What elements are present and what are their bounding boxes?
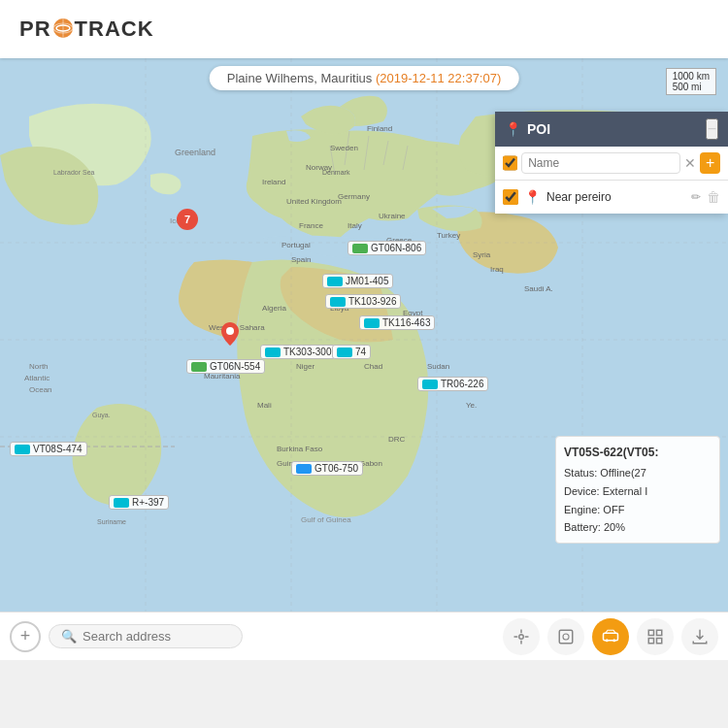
svg-text:Chad: Chad [364, 362, 382, 371]
search-input[interactable] [83, 629, 230, 644]
location-date: (2019-12-11 22:37:07) [376, 71, 501, 85]
svg-text:Portugal: Portugal [281, 241, 311, 249]
svg-text:Ye.: Ye. [466, 401, 477, 410]
svg-text:Gulf of Guinea: Gulf of Guinea [301, 515, 351, 524]
svg-text:Finland: Finland [367, 124, 392, 133]
vehicle-icon [327, 277, 343, 286]
vehicle-icon [337, 347, 352, 357]
poi-item-delete-button[interactable]: 🗑 [707, 189, 720, 205]
svg-point-55 [519, 634, 524, 639]
svg-text:Turkey: Turkey [437, 231, 460, 240]
cluster-badge[interactable]: 7 [177, 209, 198, 230]
car-icon [602, 628, 619, 645]
svg-text:Algeria: Algeria [262, 304, 286, 313]
poi-item-pin-icon: 📍 [524, 189, 541, 205]
poi-all-checkbox[interactable] [503, 155, 517, 171]
download-toolbar-button[interactable] [681, 618, 718, 655]
svg-text:Greenland: Greenland [175, 148, 215, 157]
map-container[interactable]: Greenland Sweden Norway Ireland United K… [0, 58, 728, 612]
poi-item-checkbox[interactable] [503, 189, 518, 205]
vehicle-label[interactable]: TK116-463 [359, 315, 435, 330]
search-icon: 🔍 [61, 629, 77, 644]
svg-text:Saudi A.: Saudi A. [524, 284, 553, 293]
logo-pr: PR [19, 17, 51, 42]
svg-text:Sudan: Sudan [427, 362, 449, 371]
vehicle-label[interactable]: GT06-750 [291, 461, 363, 476]
poi-pin-icon: 📍 [505, 121, 521, 137]
poi-item-edit-button[interactable]: ✏ [691, 190, 701, 204]
vehicle-label[interactable]: TR06-226 [417, 377, 488, 391]
svg-text:Germany: Germany [338, 192, 370, 201]
grid-icon [646, 628, 664, 645]
svg-rect-68 [657, 638, 662, 643]
svg-point-61 [563, 634, 569, 640]
vehicle-label[interactable]: R+-397 [109, 495, 169, 510]
svg-text:Spain: Spain [291, 255, 311, 264]
search-bar[interactable]: 🔍 [49, 624, 243, 648]
svg-point-54 [226, 327, 234, 335]
svg-text:Sweden: Sweden [330, 144, 358, 152]
svg-text:Ireland: Ireland [262, 178, 285, 186]
poi-item: 📍 Near pereiro ✏ 🗑 [495, 184, 728, 210]
svg-text:France: France [299, 221, 323, 230]
vehicle-icon [296, 464, 312, 474]
poi-items-list: 📍 Near pereiro ✏ 🗑 [495, 181, 728, 214]
poi-search-input[interactable] [521, 152, 680, 174]
vehicle-label[interactable]: 74 [332, 345, 371, 359]
svg-text:Burkina Faso: Burkina Faso [277, 445, 323, 453]
add-location-button[interactable]: + [10, 621, 41, 652]
vehicle-label[interactable]: GT06N-554 [186, 359, 265, 374]
bottom-toolbar: + 🔍 [0, 612, 728, 660]
svg-text:Iraq: Iraq [490, 265, 504, 274]
popup-engine: Engine: OFF [564, 501, 711, 519]
poi-clear-button[interactable]: ✕ [684, 155, 696, 171]
vehicle-label[interactable]: TK103-926 [325, 294, 401, 309]
vehicle-icon [114, 498, 129, 508]
poi-add-button[interactable]: + [700, 152, 720, 174]
svg-text:Labrador Sea: Labrador Sea [53, 169, 95, 176]
vehicle-icon [265, 347, 281, 357]
tracking-toolbar-button[interactable] [592, 618, 629, 655]
building-toolbar-button[interactable] [547, 618, 584, 655]
download-icon [691, 628, 709, 645]
vehicle-label[interactable]: VT08S-474 [10, 442, 87, 456]
map-marker[interactable] [221, 322, 239, 349]
location-toolbar-button[interactable] [503, 618, 540, 655]
svg-text:Niger: Niger [296, 362, 314, 371]
svg-text:Denmark: Denmark [322, 169, 350, 176]
svg-text:Mali: Mali [257, 401, 272, 410]
svg-text:United Kingdom: United Kingdom [286, 197, 342, 206]
svg-text:Atlantic: Atlantic [24, 374, 50, 382]
app-header: PR TRACK [0, 0, 728, 58]
svg-text:Suriname: Suriname [97, 518, 126, 525]
vehicle-label[interactable]: TK303-300 [260, 345, 336, 359]
vehicle-info-popup: VT05S-622(VT05: Status: Offline(27 Devic… [555, 436, 720, 544]
svg-text:Italy: Italy [347, 221, 362, 230]
building-icon [557, 628, 575, 645]
svg-rect-60 [559, 630, 573, 644]
vehicle-icon [422, 380, 438, 389]
svg-text:Ocean: Ocean [29, 385, 52, 394]
svg-text:DRC: DRC [388, 435, 406, 444]
poi-collapse-button[interactable]: − [706, 118, 718, 140]
location-text: Plaine Wilhems, Mauritius [227, 71, 373, 85]
svg-point-63 [606, 639, 609, 642]
svg-rect-62 [604, 633, 618, 641]
logo-icon [52, 17, 74, 39]
location-icon [513, 628, 530, 645]
vehicle-icon [330, 297, 346, 307]
popup-status: Status: Offline(27 [564, 464, 711, 482]
grid-toolbar-button[interactable] [637, 618, 674, 655]
vehicle-icon [352, 244, 368, 253]
vehicle-label[interactable]: JM01-405 [322, 274, 393, 288]
scale-mi: 500 mi [673, 82, 710, 92]
vehicle-label[interactable]: GT06N-806 [347, 241, 426, 255]
vehicle-icon [15, 445, 30, 454]
scale-km: 1000 km [673, 71, 710, 82]
poi-item-name: Near pereiro [546, 190, 685, 204]
svg-rect-66 [657, 630, 662, 635]
poi-panel: 📍 POI − ✕ + 📍 Near pereiro ✏ 🗑 [495, 112, 728, 214]
scale-bar: 1000 km 500 mi [666, 68, 716, 95]
svg-point-64 [612, 639, 615, 642]
vehicle-icon [191, 362, 207, 372]
